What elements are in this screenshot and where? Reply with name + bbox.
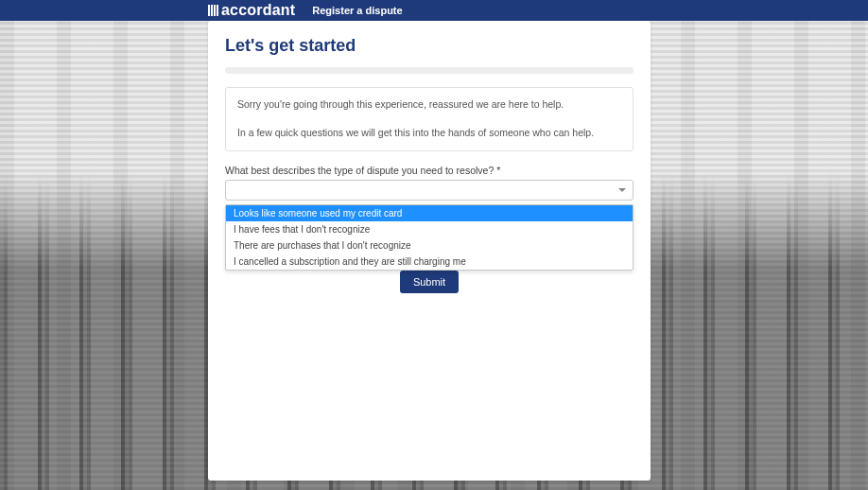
intro-line-1: Sorry you're going through this experien… [237, 97, 621, 113]
submit-button[interactable]: Submit [400, 271, 459, 293]
brand-logo: accordant [208, 2, 295, 19]
progress-bar [225, 67, 634, 74]
logo-bars-icon [208, 5, 218, 16]
header-title: Register a dispute [312, 5, 402, 16]
q1-option-2[interactable]: There are purchases that I don't recogni… [226, 237, 633, 254]
intro-panel: Sorry you're going through this experien… [225, 87, 634, 151]
q1-label: What best describes the type of dispute … [225, 165, 634, 176]
q1-option-3[interactable]: I cancelled a subscription and they are … [226, 254, 633, 270]
q1-dropdown: Looks like someone used my credit card I… [225, 204, 634, 271]
q1-select[interactable] [225, 180, 634, 201]
chevron-down-icon [618, 188, 626, 192]
brand-text: accordant [221, 2, 295, 19]
q1-select-wrap: Looks like someone used my credit card I… [225, 180, 634, 201]
form-card: Let's get started Sorry you're going thr… [208, 21, 651, 481]
submit-row: Submit [208, 271, 651, 293]
q1-option-1[interactable]: I have fees that I don't recognize [226, 221, 633, 237]
intro-line-2: In a few quick questions we will get thi… [237, 126, 621, 141]
page-title: Let's get started [225, 36, 634, 56]
q1-option-0[interactable]: Looks like someone used my credit card [226, 205, 633, 221]
app-header: accordant Register a dispute [0, 0, 868, 21]
